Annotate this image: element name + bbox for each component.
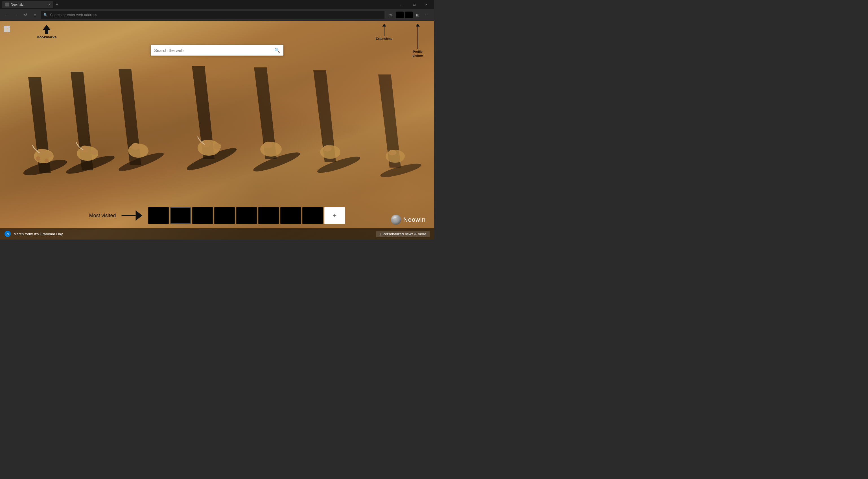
svg-point-26 <box>213 143 221 150</box>
windows-button[interactable] <box>4 26 10 32</box>
svg-point-30 <box>323 145 332 152</box>
address-input-wrapper[interactable]: 🔍 <box>41 11 384 19</box>
tile-5[interactable] <box>236 207 257 224</box>
new-tab-button[interactable]: + <box>53 1 61 8</box>
tab-title: New tab <box>11 3 23 6</box>
svg-point-21 <box>91 149 98 155</box>
tab-bar: New tab × + <box>2 0 397 9</box>
search-bar-container: 🔍 <box>151 45 283 56</box>
favorites-button[interactable]: ☆ <box>386 10 395 20</box>
active-tab[interactable]: New tab × <box>2 1 53 8</box>
bookmarks-label: Bookmarks <box>37 35 57 39</box>
bing-logo: b <box>4 231 11 237</box>
svg-point-6 <box>379 161 422 180</box>
svg-point-17 <box>36 156 40 161</box>
svg-point-16 <box>46 152 53 157</box>
new-tab-page: Bookmarks Extensions Profilepicture 🔍 Mo… <box>0 21 434 240</box>
arrow-stem <box>122 215 136 216</box>
address-search-icon: 🔍 <box>43 13 48 17</box>
tile-8[interactable] <box>302 207 323 224</box>
tile-7[interactable] <box>280 207 301 224</box>
search-button[interactable]: 🔍 <box>274 48 280 53</box>
svg-point-23 <box>131 143 140 150</box>
refresh-button[interactable]: ↺ <box>22 11 29 19</box>
search-bar: 🔍 <box>151 45 283 56</box>
bing-caption: March forth! It's Grammar Day <box>13 232 63 236</box>
back-button[interactable]: ← <box>2 11 10 19</box>
neowin-text: Neowin <box>403 216 426 223</box>
menu-button[interactable]: ⋯ <box>423 10 432 20</box>
most-visited-section: Most visited + <box>89 207 345 224</box>
svg-point-28 <box>264 141 273 149</box>
neowin-sphere-icon <box>391 215 401 225</box>
profile-button-2[interactable] <box>405 11 413 18</box>
arrow-head <box>136 211 143 221</box>
svg-point-32 <box>389 150 396 155</box>
personalized-news-button[interactable]: ↓ Personalized news & more <box>376 231 430 237</box>
close-button[interactable]: × <box>421 1 432 8</box>
address-input[interactable] <box>50 13 382 17</box>
add-tile-button[interactable]: + <box>324 207 345 224</box>
extensions-button[interactable]: ⊞ <box>413 10 422 20</box>
home-button[interactable]: ⌂ <box>31 11 39 19</box>
tile-1[interactable] <box>148 207 169 224</box>
maximize-button[interactable]: □ <box>409 1 420 8</box>
tile-6[interactable] <box>258 207 279 224</box>
most-visited-label: Most visited <box>89 213 116 219</box>
extensions-label: Extensions <box>376 37 392 40</box>
tile-2[interactable] <box>170 207 191 224</box>
most-visited-tiles: + <box>148 207 345 224</box>
profile-button[interactable] <box>396 11 404 18</box>
tile-3[interactable] <box>192 207 213 224</box>
minimize-button[interactable]: — <box>397 1 408 8</box>
extensions-annotation: Extensions <box>376 24 392 40</box>
bookmarks-annotation: Bookmarks <box>37 25 57 39</box>
most-visited-arrow <box>122 211 143 221</box>
window-controls: — □ × <box>397 1 432 8</box>
toolbar-right: ☆ ⊞ ⋯ <box>386 10 432 20</box>
forward-button[interactable]: → <box>12 11 20 19</box>
search-input[interactable] <box>154 48 272 53</box>
tile-4[interactable] <box>214 207 235 224</box>
tab-favicon <box>5 3 9 6</box>
bottom-bar: b March forth! It's Grammar Day ↓ Person… <box>0 228 434 240</box>
title-bar: New tab × + — □ × <box>0 0 434 9</box>
svg-point-18 <box>44 159 49 162</box>
svg-point-5 <box>316 154 361 176</box>
tab-close-button[interactable]: × <box>49 3 50 6</box>
address-bar: ← → ↺ ⌂ 🔍 ☆ ⊞ ⋯ <box>0 9 434 21</box>
search-icon: 🔍 <box>274 48 280 53</box>
profile-annotation: Profilepicture <box>412 24 423 58</box>
neowin-logo: Neowin <box>391 215 426 225</box>
profile-label: Profilepicture <box>412 50 423 58</box>
bing-area: b March forth! It's Grammar Day <box>4 231 63 237</box>
